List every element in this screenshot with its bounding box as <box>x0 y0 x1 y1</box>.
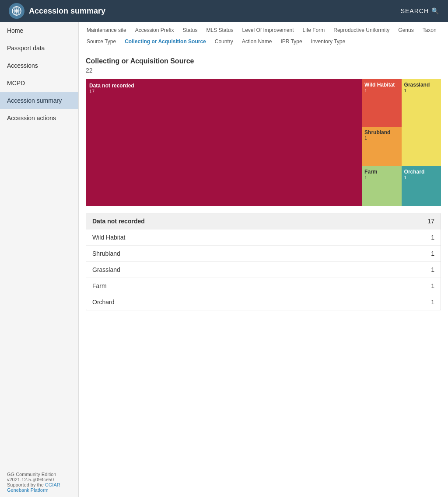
sidebar-item-mcpd[interactable]: MCPD <box>0 74 78 92</box>
cell-label-orchard: Orchard <box>404 169 438 175</box>
sidebar-item-accession-summary[interactable]: Accession summary <box>0 92 78 109</box>
data-list: Data not recorded 17 Wild Habitat 1 Shru… <box>86 213 441 310</box>
treemap-right-bottom: Farm 1 Orchard 1 <box>362 166 441 206</box>
cell-value-shrubland: 1 <box>364 136 399 141</box>
list-count-farm: 1 <box>431 282 434 289</box>
treemap-right: Wild Habitat 1 Grassland 1 Shrubland 1 <box>362 79 441 206</box>
page-title: Accession summary <box>29 7 105 16</box>
cell-label-data-not-recorded: Data not recorded <box>89 83 358 89</box>
search-button[interactable]: SEARCH 🔍 <box>401 7 439 14</box>
treemap-cell-orchard[interactable]: Orchard 1 <box>402 166 441 206</box>
list-count-wild-habitat: 1 <box>431 234 434 241</box>
sidebar-item-accessions[interactable]: Accessions <box>0 57 78 74</box>
chart-title: Collecting or Acquisition Source <box>86 57 441 65</box>
filter-status[interactable]: Status <box>179 25 201 35</box>
list-label-wild-habitat: Wild Habitat <box>92 234 125 241</box>
filter-mls-status[interactable]: MLS Status <box>203 25 237 35</box>
search-label: SEARCH <box>401 7 429 14</box>
supported-by: Supported by the CGIARGenebank Platform <box>7 482 71 493</box>
filter-ipr-type[interactable]: IPR Type <box>277 37 305 46</box>
cell-label-wild-habitat: Wild Habitat <box>364 82 399 88</box>
list-item-shrubland[interactable]: Shrubland 1 <box>86 246 441 262</box>
filter-inventory-type[interactable]: Inventory Type <box>308 37 349 46</box>
list-count-data-not-recorded: 17 <box>427 218 434 225</box>
list-label-orchard: Orchard <box>92 299 115 306</box>
list-label-data-not-recorded: Data not recorded <box>92 218 145 225</box>
filter-taxon[interactable]: Taxon <box>419 25 440 35</box>
treemap: Data not recorded 17 Wild Habitat 1 Gras… <box>86 79 441 206</box>
treemap-cell-yellow2 <box>402 127 441 167</box>
list-label-grassland: Grassland <box>92 266 120 273</box>
list-item-farm[interactable]: Farm 1 <box>86 278 441 294</box>
edition-label: GG Community Edition <box>7 472 71 477</box>
cell-label-grassland: Grassland <box>404 82 438 88</box>
list-count-shrubland: 1 <box>431 250 434 257</box>
cell-value-orchard: 1 <box>404 175 438 180</box>
main-content: Maintenance site Accession Prefix Status… <box>79 22 448 497</box>
list-count-grassland: 1 <box>431 266 434 273</box>
cell-label-shrubland: Shrubland <box>364 129 399 136</box>
filter-genus[interactable]: Genus <box>395 25 417 35</box>
treemap-cell-grassland[interactable]: Grassland 1 <box>402 79 441 127</box>
sidebar-item-passport-data[interactable]: Passport data <box>0 39 78 57</box>
list-item-data-not-recorded[interactable]: Data not recorded 17 <box>86 213 441 229</box>
cell-value-wild-habitat: 1 <box>364 88 399 93</box>
sidebar-footer: GG Community Edition v2021.12-5-g094ce50… <box>0 467 78 497</box>
filter-reproductive-uniformity[interactable]: Reproductive Uniformity <box>330 25 393 35</box>
cell-value-farm: 1 <box>364 175 399 180</box>
top-header: Accession summary SEARCH 🔍 <box>0 0 448 22</box>
list-item-grassland[interactable]: Grassland 1 <box>86 262 441 278</box>
search-icon: 🔍 <box>431 7 439 14</box>
list-item-orchard[interactable]: Orchard 1 <box>86 294 441 310</box>
filter-bar: Maintenance site Accession Prefix Status… <box>79 22 448 50</box>
main-layout: Home Passport data Accessions MCPD Acces… <box>0 22 448 497</box>
treemap-right-top: Wild Habitat 1 Grassland 1 <box>362 79 441 127</box>
list-item-wild-habitat[interactable]: Wild Habitat 1 <box>86 229 441 246</box>
list-count-orchard: 1 <box>431 299 434 306</box>
treemap-cell-farm[interactable]: Farm 1 <box>362 166 401 206</box>
cell-value-data-not-recorded: 17 <box>89 89 358 94</box>
version-label: v2021.12-5-g094ce50 <box>7 477 71 482</box>
filter-country[interactable]: Country <box>211 37 237 46</box>
treemap-cell-wild-habitat[interactable]: Wild Habitat 1 <box>362 79 401 127</box>
filter-life-form[interactable]: Life Form <box>299 25 329 35</box>
chart-section: Collecting or Acquisition Source 22 Data… <box>79 50 448 497</box>
list-label-farm: Farm <box>92 282 107 289</box>
logo-area: Accession summary <box>9 3 105 19</box>
treemap-cell-shrubland[interactable]: Shrubland 1 <box>362 127 401 167</box>
list-label-shrubland: Shrubland <box>92 250 120 257</box>
filter-source-type[interactable]: Source Type <box>83 37 119 46</box>
sidebar-item-accession-actions[interactable]: Accession actions <box>0 109 78 127</box>
filter-accession-prefix[interactable]: Accession Prefix <box>132 25 178 35</box>
cell-value-grassland: 1 <box>404 88 438 93</box>
filter-collecting-source[interactable]: Collecting or Acquisition Source <box>121 37 210 46</box>
cell-label-farm: Farm <box>364 169 399 175</box>
logo-icon <box>9 3 24 19</box>
filter-level-improvement[interactable]: Level Of Improvement <box>239 25 298 35</box>
filter-maintenance-site[interactable]: Maintenance site <box>83 25 130 35</box>
sidebar-nav: Home Passport data Accessions MCPD Acces… <box>0 22 78 467</box>
sidebar-item-home[interactable]: Home <box>0 22 78 39</box>
filter-action-name[interactable]: Action Name <box>238 37 276 46</box>
treemap-right-middle: Shrubland 1 <box>362 127 441 167</box>
treemap-cell-data-not-recorded[interactable]: Data not recorded 17 <box>86 79 362 206</box>
chart-total: 22 <box>86 67 441 74</box>
sidebar: Home Passport data Accessions MCPD Acces… <box>0 22 79 497</box>
